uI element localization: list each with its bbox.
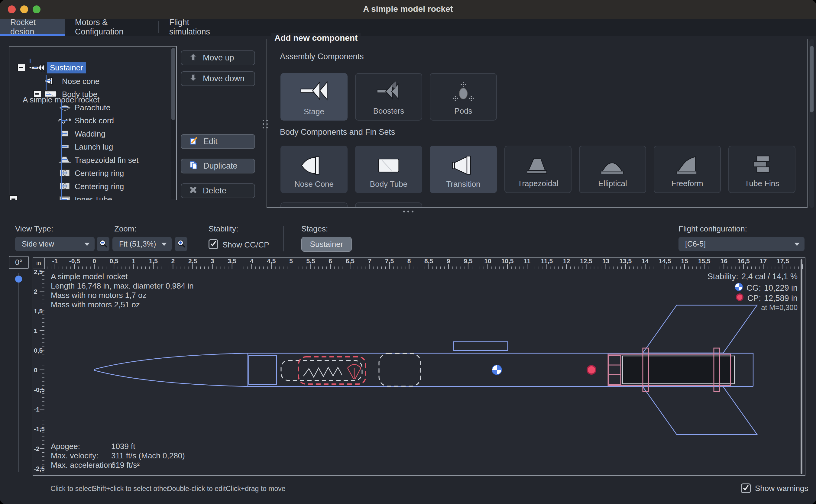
zoom-label: Zoom: xyxy=(114,224,137,234)
flight-stat-label: Max. velocity: xyxy=(51,451,99,460)
component-card-trapezoidal[interactable]: Trapezoidal xyxy=(504,146,572,193)
svg-text:-0,5: -0,5 xyxy=(69,258,80,264)
delete-button[interactable]: Delete xyxy=(181,183,255,198)
parachute-glyph xyxy=(348,364,361,379)
tree-connector xyxy=(61,133,67,134)
zoom-level-value: Fit (51,3%) xyxy=(119,240,156,248)
component-card-elliptical[interactable]: Elliptical xyxy=(579,146,646,193)
svg-text:5,5: 5,5 xyxy=(306,258,315,264)
component-card-body-tube[interactable]: Body Tube xyxy=(355,146,422,193)
svg-text:0,5: 0,5 xyxy=(34,347,43,354)
component-card-clipped[interactable]: .... xyxy=(280,202,348,208)
component-card-nose-cone[interactable]: Nose Cone xyxy=(280,146,348,193)
tree-item-wadding[interactable]: Wadding xyxy=(9,127,170,140)
zoom-in-button[interactable] xyxy=(175,237,187,251)
tree-item-shock-cord[interactable]: Shock cord xyxy=(9,114,170,127)
delete-icon xyxy=(189,186,197,196)
component-card-label: Boosters xyxy=(373,106,404,116)
tree-connector xyxy=(46,75,47,90)
horizontal-ruler: -1-0,500,511,522,533,544,555,566,577,588… xyxy=(45,258,805,269)
tree-expander-icon[interactable] xyxy=(9,195,18,200)
tree-item-inner-tube[interactable]: Inner Tube xyxy=(9,192,170,200)
inner-tube-outline xyxy=(608,348,730,392)
svg-text:4,5: 4,5 xyxy=(267,258,276,264)
component-card-label: Transition xyxy=(446,179,480,189)
rocket-view-canvas[interactable]: in -1-0,500,511,522,533,544,555,566,577,… xyxy=(33,257,805,476)
component-card-stage[interactable]: Stage xyxy=(280,73,348,121)
svg-text:1: 1 xyxy=(132,258,135,264)
bodytube-icon xyxy=(43,89,59,100)
tree-expander-icon[interactable] xyxy=(17,64,25,71)
show-cgcp-checkbox[interactable] xyxy=(209,239,218,249)
chevron-down-icon xyxy=(161,243,167,246)
rotation-slider-track[interactable] xyxy=(18,273,19,472)
view-type-dropdown[interactable]: Side view xyxy=(15,237,95,251)
stages-label: Stages: xyxy=(301,224,328,234)
horizontal-splitter-handle[interactable] xyxy=(403,211,413,212)
cp-marker xyxy=(587,366,596,374)
tree-item-trapezoidal-fin-set[interactable]: Trapezoidal fin set xyxy=(9,153,170,166)
component-card-clipped[interactable]: .... xyxy=(355,202,422,208)
svg-text:1: 1 xyxy=(34,327,37,334)
flight-config-dropdown[interactable]: [C6-5] xyxy=(678,237,805,251)
flight-stat-value: 311 ft/s (Mach 0,280) xyxy=(111,451,185,460)
flight-config-value: [C6-5] xyxy=(685,240,706,248)
parachute-icon xyxy=(57,102,73,113)
window-title: A simple model rocket xyxy=(0,4,816,14)
move-up-label: Move up xyxy=(203,53,234,63)
component-card-freeform[interactable]: Freeform xyxy=(654,146,721,193)
tree-item-label: Centering ring xyxy=(75,169,124,178)
show-warnings-checkbox[interactable] xyxy=(741,483,751,493)
duplicate-button[interactable]: Duplicate xyxy=(181,159,255,173)
component-card-tube-fins[interactable]: Tube Fins xyxy=(728,146,795,193)
edit-button[interactable]: Edit xyxy=(181,134,255,149)
tree-item-sustainer[interactable]: Sustainer xyxy=(9,61,170,74)
tree-item-label: Body tube xyxy=(62,90,97,99)
rotation-angle-box[interactable]: 0° xyxy=(9,256,29,269)
tab-rocket-design[interactable]: Rocket design xyxy=(0,19,65,36)
component-card-label: Stage xyxy=(304,107,324,116)
tree-item-body-tube[interactable]: Body tube xyxy=(9,87,170,101)
delete-label: Delete xyxy=(203,186,226,195)
tree-item-launch-lug[interactable]: Launch lug xyxy=(9,140,170,153)
view-type-value: Side view xyxy=(22,240,54,248)
tree-scrollbar[interactable] xyxy=(171,47,176,199)
component-tree-panel[interactable]: A simple model rocket SustainerNose cone… xyxy=(9,46,177,200)
zoom-out-button[interactable] xyxy=(97,237,109,251)
stage-toggle-button[interactable]: Sustainer xyxy=(301,237,352,252)
check-icon xyxy=(742,484,750,493)
tree-expander-icon[interactable] xyxy=(33,90,41,98)
show-warnings-control[interactable]: Show warnings xyxy=(741,483,808,493)
svg-text:9,5: 9,5 xyxy=(464,258,473,264)
tree-item-label: Parachute xyxy=(75,103,111,112)
tab-flight-simulations[interactable]: Flight simulations xyxy=(159,19,232,36)
trapezoidal-icon xyxy=(523,152,552,177)
palette-title: Add new component xyxy=(271,33,361,43)
tree-scrollbar-thumb[interactable] xyxy=(171,48,175,120)
tree-item-centering-ring[interactable]: Centering ring xyxy=(9,166,170,179)
svg-text:10: 10 xyxy=(484,258,491,264)
tree-item-centering-ring[interactable]: Centering ring xyxy=(9,179,170,193)
move-up-button[interactable]: Move up xyxy=(181,50,255,65)
stability-readout: Stability:2,4 cal / 14,1 % xyxy=(708,272,798,281)
shock-cord-zigzag xyxy=(303,367,342,377)
component-card-boosters[interactable]: Boosters xyxy=(355,73,422,121)
tree-connector xyxy=(61,107,67,108)
svg-text:-0,5: -0,5 xyxy=(34,386,44,393)
add-component-panel: Assembly ComponentsStageBoostersPodsBody… xyxy=(267,39,808,208)
component-card-transition[interactable]: Transition xyxy=(430,146,497,193)
palette-scrollbar-thumb[interactable] xyxy=(810,46,814,112)
launch-lug-outline xyxy=(453,342,508,351)
cg-readout: CG:10,229 in xyxy=(734,282,798,294)
component-card-pods[interactable]: Pods xyxy=(430,73,497,121)
move-down-button[interactable]: Move down xyxy=(181,71,255,86)
zoom-level-dropdown[interactable]: Fit (51,3%) xyxy=(112,237,172,251)
svg-text:2,5: 2,5 xyxy=(34,269,43,275)
component-card-label: Nose Cone xyxy=(294,179,334,189)
svg-text:9: 9 xyxy=(447,258,450,264)
tree-item-nose-cone[interactable]: Nose cone xyxy=(9,74,170,88)
canvas-scrollbar[interactable] xyxy=(801,259,802,474)
tab-motors-configuration[interactable]: Motors & Configuration xyxy=(65,19,159,36)
tree-item-parachute[interactable]: Parachute xyxy=(9,101,170,114)
rotation-slider-knob[interactable] xyxy=(15,276,22,283)
